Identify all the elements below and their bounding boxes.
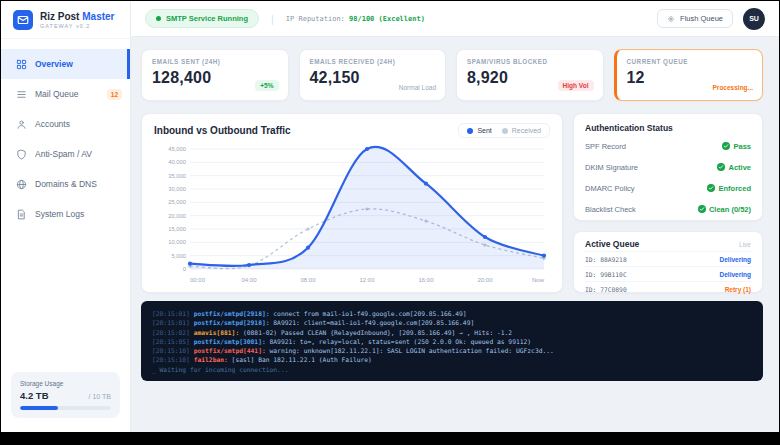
topbar-divider: | bbox=[271, 13, 274, 25]
svg-text:16:00: 16:00 bbox=[418, 277, 434, 283]
auth-check-label: Blacklist Check bbox=[585, 205, 636, 214]
auth-check-label: DKIM Signature bbox=[585, 163, 638, 172]
document-icon bbox=[16, 209, 27, 220]
svg-text:08:00: 08:00 bbox=[300, 277, 316, 283]
sidebar-nav: OverviewMail Queue12AccountsAnti-Spam / … bbox=[1, 49, 130, 229]
topbar: SMTP Service Running | IP Reputation: 98… bbox=[131, 1, 779, 37]
svg-text:20:00: 20:00 bbox=[477, 277, 493, 283]
sidebar-item-label: System Logs bbox=[35, 209, 84, 219]
log-line: _ Waiting for incoming connection... bbox=[152, 365, 752, 374]
svg-text:04:00: 04:00 bbox=[241, 277, 257, 283]
ip-reputation: IP Reputation: 98/100 (Excellent) bbox=[286, 15, 425, 23]
legend-dot bbox=[502, 128, 508, 134]
auth-status-card: Authentication Status SPF RecordPassDKIM… bbox=[573, 113, 763, 221]
log-line: [20:15:01] postfix/smtpd[2918]: connect … bbox=[152, 309, 752, 318]
smtp-status-badge: SMTP Service Running bbox=[145, 9, 259, 28]
log-line: [20:15:10] postfix/smtpd[441]: warning: … bbox=[152, 346, 752, 355]
sidebar-item-system-logs[interactable]: System Logs bbox=[1, 199, 130, 229]
log-line: [20:15:01] postfix/smtpd[2918]: 8A9921: … bbox=[152, 318, 752, 327]
auth-status-rows: SPF RecordPassDKIM SignatureActiveDMARC … bbox=[585, 133, 751, 217]
sidebar-item-domains-dns[interactable]: Domains & DNS bbox=[1, 169, 130, 199]
svg-text:15,000: 15,000 bbox=[168, 226, 186, 232]
stat-card-current-queue: CURRENT QUEUE12Processing... bbox=[614, 49, 764, 101]
queue-row[interactable]: ID: 88A9218Delivering bbox=[585, 251, 751, 266]
live-indicator: Live bbox=[739, 241, 751, 248]
check-circle-icon bbox=[722, 142, 730, 150]
svg-text:0: 0 bbox=[183, 266, 186, 272]
smtp-status-label: SMTP Service Running bbox=[166, 14, 248, 23]
user-avatar[interactable]: SU bbox=[743, 8, 765, 30]
svg-text:00:00: 00:00 bbox=[190, 277, 206, 283]
sidebar-item-label: Anti-Spam / AV bbox=[35, 149, 92, 159]
legend-label: Received bbox=[512, 127, 541, 134]
queue-status: Delivering bbox=[720, 256, 751, 263]
auth-row: SPF RecordPass bbox=[585, 133, 751, 154]
svg-text:5,000: 5,000 bbox=[171, 253, 186, 259]
storage-progress-fill bbox=[20, 406, 58, 410]
chart-title: Inbound vs Outbound Traffic bbox=[154, 125, 291, 136]
sidebar-item-anti-spam-av[interactable]: Anti-Spam / AV bbox=[1, 139, 130, 169]
svg-text:Now: Now bbox=[532, 277, 545, 283]
queue-row[interactable]: ID: 77C0890Retry (1) bbox=[585, 281, 751, 296]
grid-icon bbox=[16, 59, 27, 70]
svg-text:35,000: 35,000 bbox=[168, 173, 186, 179]
stat-label: CURRENT QUEUE bbox=[627, 58, 753, 65]
stat-badge: +5% bbox=[255, 80, 278, 91]
traffic-chart-card: Inbound vs Outbound Traffic SentReceived… bbox=[141, 113, 563, 293]
queue-message-id: ID: 88A9218 bbox=[585, 256, 627, 263]
queue-message-id: ID: 99B110C bbox=[585, 271, 627, 278]
sidebar-item-label: Domains & DNS bbox=[35, 179, 97, 189]
log-terminal[interactable]: [20:15:01] postfix/smtpd[2918]: connect … bbox=[141, 301, 763, 381]
stat-card-emails-sent-24h: EMAILS SENT (24H)128,400+5% bbox=[141, 49, 289, 101]
legend-label: Sent bbox=[477, 127, 491, 134]
user-icon bbox=[16, 119, 27, 130]
storage-progress-track bbox=[20, 406, 111, 410]
legend-dot bbox=[467, 128, 473, 134]
sidebar-item-label: Accounts bbox=[35, 119, 70, 129]
app-window: Riz Post Master GATEWAY v0.2 OverviewMai… bbox=[1, 1, 779, 432]
active-queue-title: Active Queue bbox=[585, 239, 639, 249]
auth-status-title: Authentication Status bbox=[585, 123, 751, 133]
legend-item-sent[interactable]: Sent bbox=[467, 127, 491, 134]
active-queue-rows: ID: 88A9218DeliveringID: 99B110CDeliveri… bbox=[585, 251, 751, 296]
stat-cards-row: EMAILS SENT (24H)128,400+5%EMAILS RECEIV… bbox=[141, 49, 763, 101]
status-dot-icon bbox=[156, 16, 161, 21]
flush-queue-button[interactable]: Flush Queue bbox=[657, 9, 733, 28]
chart-legend: SentReceived bbox=[458, 123, 550, 138]
main-content: EMAILS SENT (24H)128,400+5%EMAILS RECEIV… bbox=[131, 37, 779, 432]
svg-text:10,000: 10,000 bbox=[168, 239, 186, 245]
sidebar-item-accounts[interactable]: Accounts bbox=[1, 109, 130, 139]
legend-item-received[interactable]: Received bbox=[502, 127, 541, 134]
auth-row: DKIM SignatureActive bbox=[585, 154, 751, 175]
stat-badge: Normal Load bbox=[399, 84, 436, 91]
sidebar-item-label: Overview bbox=[35, 59, 73, 69]
auth-check-value: Enforced bbox=[707, 184, 751, 193]
svg-text:30,000: 30,000 bbox=[168, 186, 186, 192]
stat-card-spam-virus-blocked: SPAM/VIRUS BLOCKED8,920High Vol bbox=[456, 49, 604, 101]
queue-message-id: ID: 77C0890 bbox=[585, 286, 627, 293]
storage-usage-widget: Storage Usage 4.2 TB / 10 TB bbox=[11, 372, 120, 418]
envelope-logo-icon bbox=[13, 10, 33, 30]
auth-row: Blacklist CheckClean (0/52) bbox=[585, 196, 751, 217]
check-circle-icon bbox=[698, 205, 706, 213]
svg-text:45,000: 45,000 bbox=[168, 146, 186, 152]
svg-text:20,000: 20,000 bbox=[168, 213, 186, 219]
sidebar-item-mail-queue[interactable]: Mail Queue12 bbox=[1, 79, 130, 109]
shield-icon bbox=[16, 149, 27, 160]
sidebar-item-label: Mail Queue bbox=[35, 89, 78, 99]
check-circle-icon bbox=[707, 184, 715, 192]
log-line: [20:15:05] postfix/smtp[3001]: 8A9921: t… bbox=[152, 337, 752, 346]
stat-badge: High Vol bbox=[558, 80, 594, 91]
auth-check-value: Pass bbox=[722, 142, 751, 151]
queue-row[interactable]: ID: 99B110CDelivering bbox=[585, 266, 751, 281]
gear-icon bbox=[667, 15, 675, 23]
check-circle-icon bbox=[717, 163, 725, 171]
svg-text:25,000: 25,000 bbox=[168, 199, 186, 205]
log-line: [20:15:10] fail2ban: [sasl] Ban 182.11.2… bbox=[152, 355, 752, 364]
sidebar-item-overview[interactable]: Overview bbox=[1, 49, 130, 79]
storage-total: / 10 TB bbox=[89, 393, 111, 400]
auth-check-value: Active bbox=[717, 163, 751, 172]
traffic-chart: 05,00010,00015,00020,00025,00030,00035,0… bbox=[154, 138, 550, 290]
queue-status: Retry (1) bbox=[725, 286, 751, 293]
auth-row: DMARC PolicyEnforced bbox=[585, 175, 751, 196]
